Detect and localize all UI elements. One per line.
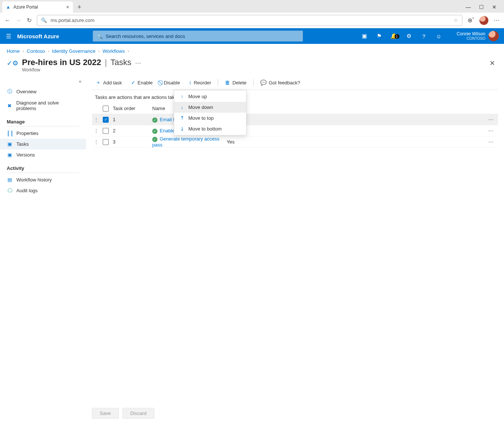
plus-icon: ＋ xyxy=(96,79,101,86)
page-title: Pre-hires in US 2022 xyxy=(22,58,101,67)
table-header-row: Task order Name xyxy=(92,103,498,114)
favorite-icon[interactable]: ☆ xyxy=(454,17,458,23)
breadcrumb-contoso[interactable]: Contoso xyxy=(27,48,45,54)
arrow-up-icon: ↑ xyxy=(179,94,185,99)
sidebar-item-properties[interactable]: ║║ Properties xyxy=(0,128,86,139)
back-icon[interactable]: ← xyxy=(4,17,10,24)
drag-handle-icon[interactable]: ⋮ xyxy=(92,117,100,122)
row-checkbox[interactable]: ✓ xyxy=(103,117,109,123)
task-link[interactable]: Generate temporary access pass xyxy=(152,136,219,148)
toolbar: ＋Add task ✓Enable ⃠Disable ↕Reorder 🗑Del… xyxy=(92,75,498,90)
settings-icon[interactable]: ⚙ xyxy=(402,33,417,39)
breadcrumb-home[interactable]: Home xyxy=(7,48,20,54)
sidebar-group-manage: Manage xyxy=(7,115,79,126)
close-blade-icon[interactable]: ✕ xyxy=(489,58,497,67)
sidebar-item-diagnose[interactable]: ✖ Diagnose and solve problems xyxy=(0,97,86,114)
status-ok-icon: ✓ xyxy=(152,137,157,142)
feedback-icon: 💬 xyxy=(260,80,267,86)
new-tab-button[interactable]: + xyxy=(75,3,84,11)
cloud-shell-icon[interactable]: ▣ xyxy=(357,33,372,39)
close-window-icon[interactable]: ✕ xyxy=(492,4,497,10)
reorder-button[interactable]: ↕Reorder xyxy=(185,78,215,87)
browser-tab-strip: ▲ Azure Portal × + ― ☐ ✕ xyxy=(0,0,504,13)
row-more-icon[interactable]: ⋯ xyxy=(483,117,498,122)
wrench-icon: ✖ xyxy=(7,103,13,109)
row-checkbox[interactable] xyxy=(103,139,109,145)
chevron-right-icon: › xyxy=(23,49,24,53)
sidebar-item-label: Properties xyxy=(16,131,38,136)
sidebar-item-history[interactable]: ▤ Workflow history xyxy=(0,174,86,185)
menu-move-down[interactable]: ↓Move down xyxy=(174,102,246,113)
row-more-icon[interactable]: ⋯ xyxy=(483,128,498,133)
drag-handle-icon[interactable]: ⋮ xyxy=(92,139,100,145)
cell-order: 3 xyxy=(111,139,152,145)
menu-move-bottom[interactable]: ⤓Move to bottom xyxy=(174,123,246,134)
collections-icon[interactable]: ⊕ˇ xyxy=(468,17,474,24)
menu-move-up[interactable]: ↑Move up xyxy=(174,91,246,102)
close-tab-icon[interactable]: × xyxy=(66,4,69,10)
breadcrumb-workflows[interactable]: Workflows xyxy=(103,48,125,54)
sidebar-item-tasks[interactable]: ▣ Tasks xyxy=(0,139,86,149)
breadcrumb-identity-governance[interactable]: Identity Governance xyxy=(52,48,95,54)
select-all-checkbox[interactable] xyxy=(103,106,109,112)
feedback-icon[interactable]: ☺ xyxy=(431,33,446,39)
chevron-right-icon: › xyxy=(128,49,129,53)
add-task-button[interactable]: ＋Add task xyxy=(92,78,126,87)
hamburger-icon[interactable]: ☰ xyxy=(0,33,17,40)
cell-order: 1 xyxy=(111,117,152,122)
help-text: Tasks are actions that are actions taken… xyxy=(92,90,498,103)
browser-more-icon[interactable]: ⋯ xyxy=(494,17,500,24)
page-section: Tasks xyxy=(111,58,131,67)
sidebar-item-label: Audit logs xyxy=(16,188,38,193)
sidebar-item-label: Diagnose and solve problems xyxy=(16,100,79,111)
save-button[interactable]: Save xyxy=(92,408,119,419)
user-menu[interactable]: Connie Wilson CONTOSO xyxy=(446,31,504,41)
sidebar-item-versions[interactable]: ▣ Versions xyxy=(0,149,86,160)
table-row[interactable]: ⋮ ✓ 1 ✓Email to h ⋯ xyxy=(92,114,498,125)
sidebar-item-label: Overview xyxy=(16,89,36,94)
window-controls: ― ☐ ✕ xyxy=(466,4,502,10)
trash-icon: 🗑 xyxy=(225,80,230,86)
enable-button[interactable]: ✓Enable xyxy=(127,78,156,87)
sidebar-group-activity: Activity xyxy=(7,162,79,173)
minimize-icon[interactable]: ― xyxy=(466,4,471,10)
url-text: ms.portal.azure.com xyxy=(51,17,95,23)
refresh-icon[interactable]: ↻ xyxy=(27,17,32,24)
table-row[interactable]: ⋮ 2 ✓Enable us ⋯ xyxy=(92,125,498,136)
tab-title: Azure Portal xyxy=(13,4,38,10)
arrow-down-icon: ↓ xyxy=(179,104,185,110)
help-icon[interactable]: ? xyxy=(417,33,431,39)
feedback-button[interactable]: 💬Got feedback? xyxy=(256,78,304,87)
page-more-icon[interactable]: ⋯ xyxy=(133,60,141,66)
column-task-order[interactable]: Task order xyxy=(111,106,152,111)
disable-button[interactable]: ⃠Disable xyxy=(158,78,184,87)
menu-move-top[interactable]: ⤒Move to top xyxy=(174,113,246,123)
sidebar-item-label: Tasks xyxy=(16,141,29,147)
status-ok-icon: ✓ xyxy=(152,117,157,123)
sidebar-item-overview[interactable]: ⓘ Overview xyxy=(0,86,86,97)
forward-icon[interactable]: → xyxy=(16,17,22,24)
directory-filter-icon[interactable]: ⚑ xyxy=(372,33,387,39)
table-row[interactable]: ⋮ 3 ✓Generate temporary access pass Yes … xyxy=(92,136,498,148)
arrow-to-bottom-icon: ⤓ xyxy=(179,126,185,132)
maximize-icon[interactable]: ☐ xyxy=(479,4,484,10)
row-more-icon[interactable]: ⋯ xyxy=(483,139,498,145)
sidebar-item-audit[interactable]: 🖵 Audit logs xyxy=(0,185,86,196)
browser-profile-avatar[interactable] xyxy=(479,16,488,25)
delete-button[interactable]: 🗑Delete xyxy=(221,78,250,87)
sidebar: « ⓘ Overview ✖ Diagnose and solve proble… xyxy=(0,75,86,422)
notifications-icon[interactable]: 🔔1 xyxy=(387,33,402,39)
search-icon: 🔍 xyxy=(41,17,47,23)
collapse-sidebar-icon[interactable]: « xyxy=(0,77,86,86)
azure-brand[interactable]: Microsoft Azure xyxy=(17,33,70,39)
url-bar[interactable]: 🔍 ms.portal.azure.com ☆ xyxy=(37,15,462,26)
browser-nav-row: ← → ↻ 🔍 ms.portal.azure.com ☆ ⊕ˇ ⋯ xyxy=(0,13,504,28)
row-checkbox[interactable] xyxy=(103,128,109,134)
drag-handle-icon[interactable]: ⋮ xyxy=(92,128,100,133)
global-search[interactable]: 🔍 xyxy=(93,30,303,42)
search-input[interactable] xyxy=(106,33,299,39)
properties-icon: ║║ xyxy=(7,131,13,136)
discard-button[interactable]: Discard xyxy=(122,408,154,419)
browser-tab[interactable]: ▲ Azure Portal × xyxy=(2,1,73,13)
main-content: ＋Add task ✓Enable ⃠Disable ↕Reorder 🗑Del… xyxy=(86,75,504,422)
